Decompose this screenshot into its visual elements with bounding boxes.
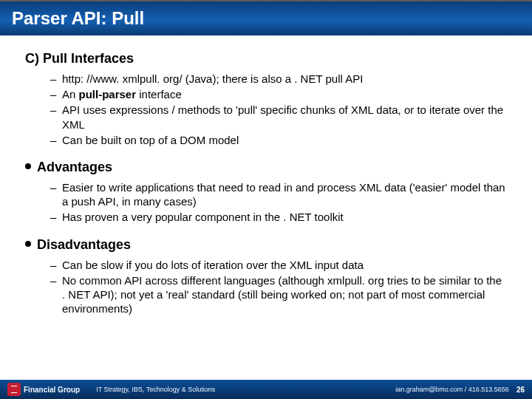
dash-icon: –	[50, 180, 62, 208]
bullet-text: An pull-parser interface	[62, 87, 507, 101]
slide-body: C) Pull Interfaces –http: //www. xmlpull…	[0, 35, 532, 399]
dash-icon: –	[50, 72, 62, 86]
list-item: –Easier to write applications that need …	[50, 180, 507, 208]
list-item: –Can be slow if you do lots of iteration…	[50, 258, 507, 272]
dash-icon: –	[50, 103, 62, 131]
title-bar: Parser API: Pull	[0, 0, 532, 35]
logo-text: Financial Group	[24, 386, 80, 394]
dash-icon: –	[50, 133, 62, 147]
page-number: 26	[516, 386, 525, 394]
footer-contact: ian.graham@bmo.com / 416.513.5656	[395, 386, 509, 393]
dash-icon: –	[50, 210, 62, 224]
logo-badge-icon	[7, 383, 21, 396]
list-item: –No common API across different language…	[50, 273, 507, 316]
list-item: –API uses expressions / methods to 'pull…	[50, 103, 507, 131]
list-item: –Can be built on top of a DOM model	[50, 133, 507, 147]
footer-center-text: IT Strategy, IBS, Technology & Solutions	[93, 386, 395, 393]
slide-title: Parser API: Pull	[12, 8, 144, 29]
slide: Parser API: Pull C) Pull Interfaces –htt…	[0, 0, 532, 399]
bullet-text: Easier to write applications that need t…	[62, 180, 507, 208]
bullet-list: –http: //www. xmlpull. org/ (Java); ther…	[50, 72, 507, 147]
bullet-list: –Can be slow if you do lots of iteration…	[50, 258, 507, 316]
dash-icon: –	[50, 87, 62, 101]
section-heading-advantages: Advantages	[25, 159, 507, 176]
list-item: –http: //www. xmlpull. org/ (Java); ther…	[50, 72, 507, 86]
dash-icon: –	[50, 273, 62, 316]
bullet-text: http: //www. xmlpull. org/ (Java); there…	[62, 72, 507, 86]
bullet-text: API uses expressions / methods to 'pull'…	[62, 103, 507, 131]
section-heading-disadvantages: Disadvantages	[25, 236, 507, 253]
list-item: –Has proven a very popular component in …	[50, 210, 507, 224]
dash-icon: –	[50, 258, 62, 272]
footer-bar: Financial Group IT Strategy, IBS, Techno…	[0, 380, 532, 399]
bullet-text: Can be built on top of a DOM model	[62, 133, 507, 147]
list-item: –An pull-parser interface	[50, 87, 507, 101]
bullet-text: No common API across different languages…	[62, 273, 507, 316]
section-heading-interfaces: C) Pull Interfaces	[25, 50, 507, 67]
bullet-text: Has proven a very popular component in t…	[62, 210, 507, 224]
bullet-list: –Easier to write applications that need …	[50, 180, 507, 225]
bullet-text: Can be slow if you do lots of iteration …	[62, 258, 507, 272]
bmo-logo: Financial Group	[7, 383, 80, 396]
